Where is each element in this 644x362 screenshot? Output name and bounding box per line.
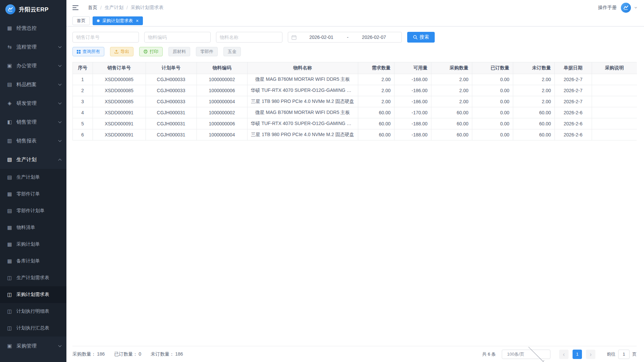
- avatar[interactable]: [621, 3, 631, 13]
- sidebar-subitem-9[interactable]: ◫计划执行汇总表: [0, 320, 66, 337]
- sidebar-item-label: 研发管理: [16, 100, 59, 107]
- report-icon: ▥: [7, 138, 12, 144]
- sidebar-item-0[interactable]: ▦经营总控: [0, 19, 66, 38]
- sidebar-item-5[interactable]: ◧销售管理: [0, 113, 66, 131]
- sidebar-subitem-label: 采购计划单: [16, 241, 61, 247]
- query-all-button[interactable]: 查询所有: [72, 47, 104, 56]
- sidebar-subitem-label: 计划执行明细表: [16, 308, 61, 314]
- sidebar-subitem-8[interactable]: ◫计划执行明细表: [0, 303, 66, 320]
- sidebar-item-bottom-0[interactable]: ▣采购管理: [0, 337, 66, 355]
- sidebar-subitem-7[interactable]: ◫采购计划需求表: [0, 286, 66, 303]
- table-cell: CGJH000031: [146, 118, 197, 129]
- table-cell: 华硕 TUF-RTX 4070 SUPER-O12G-GAMING 显卡: [247, 85, 358, 96]
- chart-icon: ▦: [7, 25, 12, 31]
- table-cell: 2026-2-6: [554, 129, 592, 140]
- search-icon: [413, 35, 418, 40]
- table-cell: 2026-2-7: [554, 74, 592, 85]
- sales-order-input[interactable]: [72, 32, 139, 43]
- sidebar-item-1[interactable]: ⇆流程管理: [0, 38, 66, 56]
- breadcrumb-current: 采购计划需求表: [131, 5, 164, 11]
- column-header: 单据日期: [554, 62, 592, 74]
- chevron-down-icon: [58, 63, 62, 67]
- search-button[interactable]: 搜索: [407, 32, 435, 43]
- table-row[interactable]: 3XSDD000085CGJH0000331000000004三星 1TB 98…: [73, 96, 637, 107]
- sidebar-item-label: 料品档案: [16, 81, 59, 88]
- table-row[interactable]: 4XSDD000091CGJH0000311000000002微星 MAG B7…: [73, 107, 637, 118]
- material-name-input[interactable]: [216, 32, 282, 43]
- pagination: 共 6 条 100条/页 ‹ 1 › 前往 页: [482, 350, 637, 359]
- print-button[interactable]: 打印: [139, 47, 163, 56]
- tab-home[interactable]: 首页: [72, 16, 90, 25]
- sidebar-item-7[interactable]: ▧生产计划: [0, 150, 66, 169]
- sidebar-subitem-3[interactable]: ▦物料清单: [0, 219, 66, 236]
- table-row[interactable]: 5XSDD000091CGJH0000311000000006华硕 TUF-RT…: [73, 118, 637, 129]
- manual-link[interactable]: 操作手册: [598, 5, 617, 11]
- sidebar-subitem-label: 采购计划需求表: [16, 292, 61, 298]
- sidebar-submenu: ▤生产计划单▦零部件订单▤零部件计划单▦物料清单▦采购计划单▦备库计划单◫生产计…: [0, 169, 66, 337]
- sidebar-item-3[interactable]: ▤料品档案: [0, 75, 66, 94]
- table-cell: -186.00: [394, 85, 431, 96]
- doc-icon: ▤: [7, 208, 12, 214]
- page-size-select[interactable]: 100条/页: [502, 350, 550, 359]
- sidebar-subitem-5[interactable]: ▦备库计划单: [0, 253, 66, 269]
- sidebar-subitem-label: 计划执行汇总表: [16, 325, 61, 331]
- table-cell: [592, 74, 637, 85]
- tab-purchase-plan-demand[interactable]: 采购计划需求表 ×: [93, 16, 143, 25]
- table-cell: 1: [73, 74, 93, 85]
- parts-button[interactable]: 零部件: [196, 47, 218, 56]
- breadcrumb-separator: /: [126, 5, 128, 10]
- breadcrumb-home[interactable]: 首页: [88, 5, 97, 11]
- sidebar-item-2[interactable]: ▣办公管理: [0, 56, 66, 75]
- sidebar-subitem-4[interactable]: ▦采购计划单: [0, 236, 66, 253]
- user-menu-caret-icon[interactable]: [635, 6, 637, 8]
- prev-page-button[interactable]: ‹: [559, 350, 569, 359]
- table-cell: XSDD000091: [93, 107, 146, 118]
- hardware-button[interactable]: 五金: [223, 47, 241, 56]
- table-cell: 三星 1TB 980 PRO PCIe 4.0 NVMe M.2 固态硬盘: [247, 129, 358, 140]
- breadcrumb-production-plan[interactable]: 生产计划: [105, 5, 123, 11]
- sidebar-item-bottom-1[interactable]: ⚙车间设置: [0, 355, 66, 362]
- date-range-picker[interactable]: 2026-02-01 - 2026-02-07: [288, 32, 402, 43]
- column-header: 未订数量: [513, 62, 554, 74]
- sidebar-subitem-0[interactable]: ▤生产计划单: [0, 169, 66, 186]
- table-cell: 1000000002: [197, 74, 247, 85]
- table-cell: -170.00: [394, 107, 431, 118]
- tab-close-icon[interactable]: ×: [136, 18, 139, 23]
- printer-icon: [144, 50, 148, 54]
- next-page-button[interactable]: ›: [586, 350, 595, 359]
- table-cell: 微星 MAG B760M MORTAR WIFI DDR5 主板: [247, 74, 358, 85]
- table-row[interactable]: 1XSDD000085CGJH0000331000000002微星 MAG B7…: [73, 74, 637, 85]
- sidebar-subitem-2[interactable]: ▤零部件计划单: [0, 202, 66, 219]
- material-code-input[interactable]: [144, 32, 211, 43]
- table-cell: 1000000002: [197, 107, 247, 118]
- stat-ordered-qty: 已订数量：0: [114, 351, 141, 357]
- table-row[interactable]: 6XSDD000091CGJH0000311000000004三星 1TB 98…: [73, 129, 637, 140]
- column-header: 销售订单号: [93, 62, 146, 74]
- column-header: 计划单号: [146, 62, 197, 74]
- sidebar-subitem-1[interactable]: ▦零部件订单: [0, 186, 66, 202]
- goto-page-input[interactable]: [618, 350, 630, 359]
- sidebar-item-4[interactable]: ◈研发管理: [0, 94, 66, 113]
- archive-icon: ▤: [7, 81, 12, 87]
- table-icon: ▦: [7, 241, 12, 247]
- sidebar-item-6[interactable]: ▥销售报表: [0, 131, 66, 150]
- raw-material-button[interactable]: 原材料: [168, 47, 190, 56]
- table-cell: 1000000004: [197, 96, 247, 107]
- table-row[interactable]: 2XSDD000085CGJH0000331000000006华硕 TUF-RT…: [73, 85, 637, 96]
- app-logo: 升阳云ERP: [0, 0, 66, 19]
- doc-icon: ▤: [7, 174, 12, 180]
- table-cell: -188.00: [394, 118, 431, 129]
- sidebar-subitem-6[interactable]: ◫生产计划需求表: [0, 269, 66, 286]
- table-cell: 2.00: [358, 85, 394, 96]
- sidebar-subitem-label: 物料清单: [16, 225, 61, 231]
- table-header-row: 序号销售订单号计划单号物料编码物料名称需求数量可用量采购数量已订数量未订数量单据…: [73, 62, 637, 74]
- table-cell: XSDD000085: [93, 85, 146, 96]
- date-end-value: 2026-02-07: [350, 35, 398, 40]
- current-page[interactable]: 1: [573, 350, 582, 359]
- collapse-sidebar-icon[interactable]: [72, 5, 79, 10]
- table-cell: XSDD000085: [93, 96, 146, 107]
- topbar-right: 操作手册: [598, 3, 637, 13]
- table-cell: 60.00: [358, 118, 394, 129]
- chevron-down-icon: [58, 120, 62, 123]
- export-button[interactable]: 导出: [110, 47, 133, 56]
